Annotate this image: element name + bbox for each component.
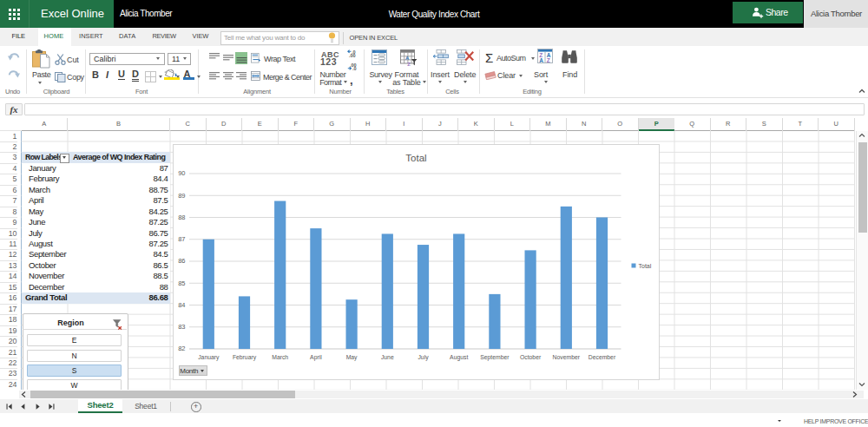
- svg-text:January: January: [198, 353, 220, 360]
- svg-text:December: December: [589, 353, 616, 359]
- svg-text:90: 90: [178, 169, 185, 177]
- svg-text:89: 89: [178, 191, 185, 199]
- svg-text:85: 85: [178, 279, 185, 286]
- svg-text:86: 86: [178, 257, 185, 265]
- svg-text:September: September: [480, 353, 510, 360]
- svg-text:Total: Total: [405, 152, 426, 162]
- svg-text:June: June: [381, 353, 394, 359]
- svg-text:February: February: [233, 353, 257, 360]
- svg-text:August: August: [450, 353, 468, 360]
- svg-text:84: 84: [178, 300, 185, 308]
- svg-text:October: October: [520, 353, 542, 359]
- svg-text:July: July: [418, 353, 429, 360]
- svg-text:82: 82: [178, 345, 185, 352]
- svg-text:April: April: [310, 353, 322, 360]
- svg-text:March: March: [272, 353, 288, 359]
- svg-text:May: May: [346, 353, 358, 360]
- svg-text:88: 88: [178, 213, 185, 220]
- svg-text:83: 83: [178, 323, 185, 331]
- svg-text:Total: Total: [639, 262, 652, 268]
- svg-text:November: November: [553, 353, 581, 359]
- svg-text:87: 87: [178, 235, 185, 243]
